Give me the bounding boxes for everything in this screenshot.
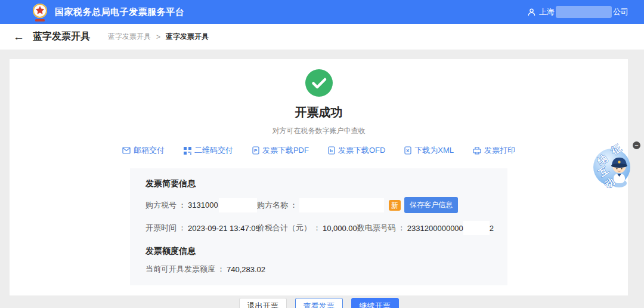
mail-icon bbox=[122, 147, 131, 154]
app-header: 国家税务总局电子发票服务平台 上海 公司 bbox=[0, 0, 644, 24]
buyer-tax-redacted bbox=[219, 198, 257, 212]
invoice-summary-panel: 发票简要信息 购方税号 ： 3131000 购方名称 ： 新 保存客户信息 开票… bbox=[130, 168, 507, 285]
breadcrumb-item[interactable]: 蓝字发票开具 bbox=[108, 32, 151, 42]
buyer-row: 购方税号 ： 3131000 购方名称 ： 新 保存客户信息 bbox=[145, 197, 492, 213]
qrcode-delivery-link[interactable]: 二维码交付 bbox=[184, 145, 233, 156]
download-ofd-link[interactable]: b 发票下载OFD bbox=[328, 145, 385, 156]
platform-title: 国家税务总局电子发票服务平台 bbox=[55, 7, 184, 18]
total-amount-label: 价税合计（元） bbox=[257, 223, 311, 233]
success-subtitle: 对方可在税务数字账户中查收 bbox=[10, 126, 628, 136]
quota-section-title: 发票额度信息 bbox=[145, 246, 492, 257]
page-title: 蓝字发票开具 bbox=[33, 30, 90, 43]
assistant-minimize-button[interactable]: − bbox=[633, 141, 640, 149]
invoice-number-redacted bbox=[463, 221, 490, 235]
invoice-time-value: 2023-09-21 13:47:09 bbox=[188, 224, 260, 233]
printer-icon bbox=[473, 147, 481, 155]
continue-invoicing-button[interactable]: 继续开票 bbox=[351, 298, 399, 308]
print-invoice-link[interactable]: 发票打印 bbox=[473, 145, 515, 156]
total-amount-value: 10,000.00 bbox=[323, 224, 357, 233]
success-check-icon bbox=[305, 69, 333, 97]
save-customer-button[interactable]: 保存客户信息 bbox=[404, 197, 458, 213]
quota-row: 当前可开具发票额度 ： 740,283.02 bbox=[145, 264, 492, 275]
tax-emblem-icon bbox=[31, 3, 49, 22]
buyer-tax-value: 3131000 bbox=[188, 201, 218, 210]
breadcrumb: 蓝字发票开具 > 蓝字发票开具 bbox=[108, 32, 209, 42]
download-xml-link[interactable]: X 下载为XML bbox=[404, 145, 454, 156]
exit-invoicing-button[interactable]: 退出开票 bbox=[239, 298, 287, 308]
invoice-number-value: 2331200000000 bbox=[407, 224, 463, 233]
user-region: 上海 bbox=[539, 7, 555, 17]
invoice-time-label: 开票时间 bbox=[145, 223, 177, 233]
breadcrumb-bar: ← 蓝字发票开具 蓝字发票开具 > 蓝字发票开具 bbox=[0, 24, 644, 50]
account-info[interactable]: 上海 公司 bbox=[527, 6, 628, 18]
company-name-redacted bbox=[556, 6, 612, 18]
svg-text:b: b bbox=[330, 148, 333, 153]
mail-delivery-link[interactable]: 邮箱交付 bbox=[122, 145, 165, 156]
success-block: 开票成功 对方可在税务数字账户中查收 bbox=[10, 59, 628, 136]
main-card: 开票成功 对方可在税务数字账户中查收 邮箱交付 二维码交付 P 发票下载PDF … bbox=[10, 59, 628, 295]
svg-text:P: P bbox=[254, 148, 258, 153]
buyer-name-input[interactable] bbox=[299, 198, 384, 212]
file-pdf-icon: P bbox=[252, 146, 259, 155]
qrcode-icon bbox=[184, 147, 191, 155]
svg-text:X: X bbox=[406, 148, 410, 153]
invoice-detail-row: 开票时间 ： 2023-09-21 13:47:09 价税合计（元） ： 10,… bbox=[145, 221, 492, 235]
new-customer-badge: 新 bbox=[389, 200, 401, 211]
breadcrumb-current: 蓝字发票开具 bbox=[166, 32, 209, 42]
buyer-tax-label: 购方税号 bbox=[145, 200, 177, 211]
user-suffix: 公司 bbox=[613, 7, 628, 17]
tax-assistant-widget[interactable]: 征 纳 互 动 bbox=[590, 137, 633, 196]
view-invoice-button[interactable]: 查看发票 bbox=[295, 298, 343, 308]
quota-value: 740,283.02 bbox=[227, 265, 265, 274]
success-title: 开票成功 bbox=[10, 104, 628, 121]
file-xml-icon: X bbox=[404, 146, 411, 155]
user-icon bbox=[527, 8, 536, 17]
invoice-number-tail: 2 bbox=[490, 224, 494, 233]
download-pdf-link[interactable]: P 发票下载PDF bbox=[252, 145, 309, 156]
buyer-name-label: 购方名称 bbox=[257, 200, 288, 211]
file-ofd-icon: b bbox=[328, 146, 335, 155]
summary-section-title: 发票简要信息 bbox=[145, 178, 492, 189]
breadcrumb-separator: > bbox=[156, 33, 160, 41]
quota-label: 当前可开具发票额度 bbox=[145, 264, 215, 275]
footer-buttons: 退出开票 查看发票 继续开票 bbox=[10, 298, 628, 308]
back-button[interactable]: ← bbox=[13, 31, 24, 42]
delivery-actions: 邮箱交付 二维码交付 P 发票下载PDF b 发票下载OFD X 下载为XM bbox=[10, 145, 628, 156]
invoice-number-label: 数电票号码 bbox=[357, 223, 396, 233]
